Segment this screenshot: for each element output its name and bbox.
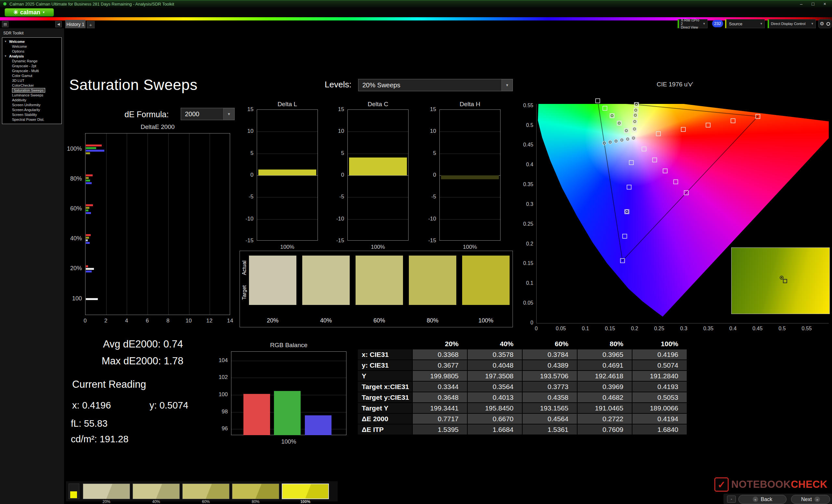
measured-point-dot <box>610 142 611 143</box>
tree-item-label: ColorChecker <box>12 83 34 87</box>
table-column-header: 40% <box>467 338 522 349</box>
gear-icon[interactable]: ⚙ <box>820 21 824 27</box>
add-tab-button[interactable]: + <box>87 21 95 28</box>
gridline <box>106 134 107 315</box>
table-cell: 0.5074 <box>632 360 687 370</box>
sidebar-item-screen-stability[interactable]: Screen Stability <box>2 112 61 117</box>
table-row-label: ΔE 2000 <box>358 413 412 424</box>
deltae-bar <box>86 234 91 236</box>
deltae-bar <box>86 265 88 267</box>
panel-toggle-icon[interactable]: ▤ <box>2 21 8 27</box>
patch-thumb-label: 60% <box>182 500 230 504</box>
deltae-bar <box>86 237 89 239</box>
gridline <box>257 197 317 197</box>
tree-item-label: Additivity <box>12 98 26 102</box>
reading-cd: cd/m²: 191.28 <box>71 434 128 445</box>
display-control-selector[interactable]: Direct Display Control ▼ <box>768 19 816 28</box>
delta-l-y-tick: 15 <box>238 106 254 113</box>
table-cell: 0.7609 <box>577 424 632 435</box>
deltae-bar <box>86 239 88 241</box>
window-title: Calman 2025 Calman Ultimate for Business… <box>9 2 174 6</box>
power-icon[interactable] <box>827 22 830 26</box>
levels-dropdown[interactable]: 20% Sweeps ▼ <box>358 79 513 91</box>
patch-thumb-label: 20% <box>83 500 130 504</box>
table-cell: 0.4682 <box>577 392 632 403</box>
measured-point-dot <box>634 121 635 122</box>
rgb-balance-title: RGB Balance <box>231 342 346 349</box>
sidebar-item-welcome[interactable]: Welcome <box>2 44 61 49</box>
meter-selector[interactable]: X-Rite i1Pro 2 Direct View ▼ <box>678 19 707 28</box>
system-buttons: ⚙ <box>818 19 831 28</box>
gridline <box>348 197 408 197</box>
close-button[interactable]: × <box>824 1 826 6</box>
deltae-x-tick: 12 <box>203 317 216 324</box>
patch-thumb-60[interactable] <box>182 483 230 499</box>
source-selector[interactable]: Source ▼ <box>725 19 765 28</box>
back-button[interactable]: « Back <box>738 495 786 504</box>
sidebar-item-options[interactable]: Options <box>2 49 61 54</box>
delta-l-y-tick: 10 <box>238 128 254 135</box>
sidebar-item-3d-lut[interactable]: 3D LUT <box>2 78 61 83</box>
tab-history-1[interactable]: History 1 <box>65 20 85 28</box>
target-square <box>663 169 667 173</box>
delta-c-plot <box>347 109 409 241</box>
swatch-panel: Actual Target 20%40%60%80%100% <box>239 251 513 327</box>
sidebar-item-grayscale-multi[interactable]: Grayscale - Multi <box>2 68 61 73</box>
deltae-bar <box>86 212 91 214</box>
reading-fl-value: 55.83 <box>84 418 108 429</box>
next-button[interactable]: Next » <box>791 495 830 504</box>
source-label: Source <box>729 22 742 26</box>
deltae-y-tick: 60% <box>58 205 82 212</box>
display-control-label: Direct Display Control <box>771 22 805 26</box>
sidebar-item-colorchecker[interactable]: ColorChecker <box>2 83 61 88</box>
gridline <box>148 134 148 315</box>
table-cell: 0.4358 <box>522 392 577 403</box>
delta-h-bar <box>441 175 499 179</box>
sidebar-item-screen-uniformity[interactable]: Screen Uniformity <box>2 102 61 107</box>
swatch-label: 60% <box>356 317 403 324</box>
expand-icon[interactable]: ▾ <box>5 55 9 57</box>
sidebar-item-dynamic-range[interactable]: Dynamic Range <box>2 58 61 63</box>
sidebar-item-color-gamut[interactable]: Color Gamut <box>2 73 61 78</box>
maximize-button[interactable]: □ <box>811 1 814 6</box>
minimize-button[interactable]: – <box>800 1 803 6</box>
table-cell: 191.2840 <box>632 370 687 381</box>
deltae-bar <box>86 204 93 206</box>
rgb-y-tick: 96 <box>212 425 228 432</box>
rgb-balance-plot <box>231 352 346 435</box>
sidebar-item-screen-angularity[interactable]: Screen Angularity <box>2 107 61 112</box>
sidebar-item-grayscale-2pt[interactable]: Grayscale - 2pt <box>2 63 61 68</box>
sidebar-item-saturation-sweeps[interactable]: Saturation Sweeps <box>2 88 61 92</box>
table-column-header: 80% <box>577 338 632 349</box>
table-cell: 0.4389 <box>522 360 577 370</box>
table-row: Target Y199.3441195.8450193.1565191.0465… <box>358 403 687 413</box>
active-patch-tile[interactable] <box>69 483 79 499</box>
meter-mode: Direct View <box>681 26 701 29</box>
de-formula-dropdown[interactable]: 2000 ▼ <box>181 108 235 120</box>
sidebar-item-luminance-sweeps[interactable]: Luminance Sweeps <box>2 92 61 97</box>
badge-value: 232 <box>714 21 721 26</box>
patch-thumb-80[interactable] <box>232 483 279 499</box>
collapse-sidebar-icon[interactable]: ◀ <box>55 21 62 27</box>
sidebar-item-welcome[interactable]: ▾Welcome <box>2 39 61 44</box>
expand-icon[interactable]: ▾ <box>5 40 9 43</box>
deltae-x-tick: 4 <box>120 317 133 324</box>
sidebar-item-additivity[interactable]: Additivity <box>2 97 61 102</box>
tree-item-label: Screen Stability <box>12 113 37 117</box>
delta-h-plot <box>439 109 500 241</box>
patch-thumb-20[interactable] <box>83 483 130 499</box>
avg-de2000-label: Avg dE2000: <box>103 338 160 350</box>
table-row: Y199.9805197.3508193.5706192.4618191.284… <box>358 370 687 381</box>
meter-name: X-Rite i1Pro 2 <box>681 19 701 26</box>
de-formula-value: 2000 <box>181 108 223 120</box>
layout-toggle-button[interactable]: ▫ <box>727 496 736 503</box>
patch-thumb-100[interactable] <box>282 483 329 499</box>
sidebar-item-analysis[interactable]: ▾Analysis <box>2 54 61 58</box>
table-cell: 1.5395 <box>412 424 467 435</box>
watermark-check: CHECK <box>791 479 828 490</box>
target-square <box>627 185 631 189</box>
calman-menu-button[interactable]: ✳ calman ▼ <box>4 8 54 17</box>
patch-thumb-40[interactable] <box>133 483 180 499</box>
table-cell: 192.4618 <box>577 370 632 381</box>
sidebar-item-spectral-power-dist[interactable]: Spectral Power Dist. <box>2 117 61 122</box>
